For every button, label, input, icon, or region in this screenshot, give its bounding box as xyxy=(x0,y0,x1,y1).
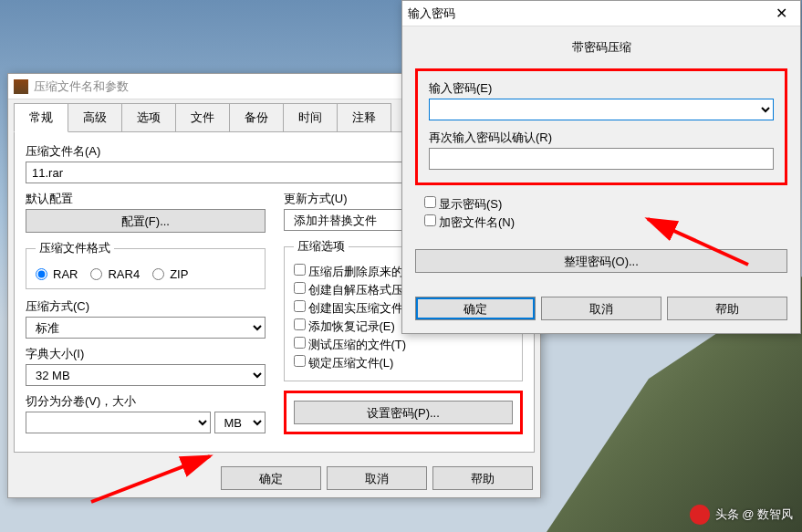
set-password-highlight: 设置密码(P)... xyxy=(284,391,524,434)
tab-comment[interactable]: 注释 xyxy=(337,103,391,132)
dict-label: 字典大小(I) xyxy=(26,346,266,362)
tab-files[interactable]: 文件 xyxy=(175,103,230,132)
split-label: 切分为分卷(V)，大小 xyxy=(26,393,266,410)
enter-password-input[interactable] xyxy=(429,99,774,120)
tab-advanced[interactable]: 高级 xyxy=(68,103,122,132)
enter-password-label: 输入密码(E) xyxy=(429,80,774,97)
password-fields-highlight: 输入密码(E) 再次输入密码以确认(R) xyxy=(415,68,787,185)
profile-button[interactable]: 配置(F)... xyxy=(26,209,266,233)
tab-backup[interactable]: 备份 xyxy=(229,103,284,132)
pwd-window-title: 输入密码 xyxy=(408,5,768,22)
encrypt-names-checkbox[interactable]: 加密文件名(N) xyxy=(424,214,787,231)
split-size-select[interactable] xyxy=(26,412,211,433)
opt-test[interactable]: 测试压缩的文件(T) xyxy=(294,337,514,353)
close-icon[interactable]: ✕ xyxy=(768,3,795,24)
set-password-button[interactable]: 设置密码(P)... xyxy=(294,401,514,424)
watermark: 头条 @ 数智风 xyxy=(690,505,793,525)
cancel-button[interactable]: 取消 xyxy=(327,466,427,490)
compress-options-legend: 压缩选项 xyxy=(294,238,349,255)
method-label: 压缩方式(C) xyxy=(26,298,266,315)
pwd-cancel-button[interactable]: 取消 xyxy=(541,297,661,320)
tab-time[interactable]: 时间 xyxy=(283,103,338,132)
opt-lock[interactable]: 锁定压缩文件(L) xyxy=(294,355,514,371)
split-unit-select[interactable]: MB xyxy=(214,412,266,433)
pwd-titlebar: 输入密码 ✕ xyxy=(402,1,800,26)
organize-passwords-button[interactable]: 整理密码(O)... xyxy=(415,249,787,273)
format-fieldset: 压缩文件格式 RAR RAR4 ZIP xyxy=(26,240,266,289)
default-profile-label: 默认配置 xyxy=(26,191,266,207)
winrar-icon xyxy=(14,79,28,94)
method-select[interactable]: 标准 xyxy=(26,317,266,339)
format-zip[interactable]: ZIP xyxy=(152,267,188,281)
tab-general[interactable]: 常规 xyxy=(14,103,68,132)
watermark-logo-icon xyxy=(690,505,710,525)
pwd-help-button[interactable]: 帮助 xyxy=(667,297,787,320)
pwd-subtitle: 带密码压缩 xyxy=(402,26,800,68)
pwd-ok-button[interactable]: 确定 xyxy=(415,297,536,320)
help-button[interactable]: 帮助 xyxy=(432,466,533,490)
format-rar[interactable]: RAR xyxy=(36,267,78,281)
format-rar4[interactable]: RAR4 xyxy=(90,267,140,281)
confirm-password-label: 再次输入密码以确认(R) xyxy=(429,130,774,146)
ok-button[interactable]: 确定 xyxy=(221,466,321,490)
confirm-password-input[interactable] xyxy=(429,148,774,170)
pwd-dialog-buttons: 确定 取消 帮助 xyxy=(402,289,800,333)
show-password-checkbox[interactable]: 显示密码(S) xyxy=(424,196,787,213)
password-dialog: 输入密码 ✕ 带密码压缩 输入密码(E) 再次输入密码以确认(R) 显示密码(S… xyxy=(401,0,801,334)
format-legend: 压缩文件格式 xyxy=(36,240,114,256)
watermark-text: 头条 @ 数智风 xyxy=(715,506,793,523)
dialog-buttons: 确定 取消 帮助 xyxy=(8,459,540,497)
dict-select[interactable]: 32 MB xyxy=(26,364,266,386)
tab-options[interactable]: 选项 xyxy=(121,103,176,132)
